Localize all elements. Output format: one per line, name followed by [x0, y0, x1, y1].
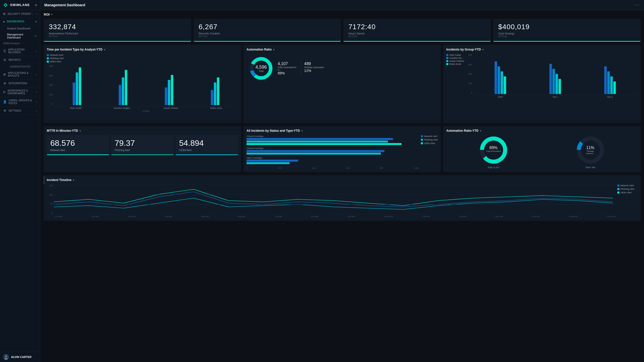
category-bars-2: [247, 150, 419, 155]
kpi-bar-hours: [343, 41, 491, 42]
sidebar-item-users-groups-roles[interactable]: 👤 USERS, GROUPS & ROLES ›: [0, 97, 40, 107]
automation-ratio-dropdown-icon[interactable]: ▾: [273, 48, 274, 51]
management-dashboard-label: Management Dashboard: [7, 33, 34, 39]
legend-label-ueba-tl: UEBA Alert: [620, 191, 632, 194]
mttr-network-card: 68.576 Network Alert: [47, 135, 109, 155]
x-label-cirt: CIRT: [498, 96, 503, 98]
timeline-y-labels: 150 100 50 0: [47, 184, 54, 214]
y-label-300: 300: [47, 74, 53, 77]
legend-item-jessie2: Jessie Holmes: [446, 60, 464, 62]
incidents-by-group-chart: 400 300 200 100 0: [466, 54, 637, 98]
partially-automated-donut-center: 11% Partially Automa...: [583, 146, 598, 155]
users-icon: 👤: [3, 100, 7, 104]
chevron-right-icon: ›: [36, 101, 37, 103]
fully-automated-total: Total: 4,107: [488, 166, 499, 169]
sidebar-item-integrations[interactable]: ⊕ INTEGRATIONS: [0, 79, 40, 87]
sidebar-item-dashboards[interactable]: ● DASHBOARDS ∨: [0, 18, 40, 25]
mttr-network-value: 68.576: [50, 139, 106, 148]
x-label-200: 200: [278, 167, 281, 169]
automation-ratio-ytd-charts: 89% Fully Automated ... Total: 4,107: [446, 135, 637, 169]
x-11pm: 11:00 PM: [607, 215, 615, 218]
incident-timeline-legend: Network Alert Phishing Alert UEBA Alert: [617, 184, 637, 194]
time-per-incident-chart: 400 300 200 100 0: [47, 65, 238, 120]
partially-automated-donut-item: 11% Partially Automa... Total: 489: [575, 135, 606, 169]
time-per-incident-legend: Network Alert Phishing Alert UEBA Alert: [47, 54, 64, 63]
automation-ratio-ytd-header: Automation Ratio-YTD ▾: [446, 129, 637, 132]
roi-header: ROI ▾: [44, 13, 640, 16]
fully-automated-donut-item: 89% Fully Automated ... Total: 4,107: [478, 135, 509, 169]
legend-item-network-ai: Network Alert: [421, 135, 438, 138]
bar-groups: [54, 65, 238, 105]
hbar-phishing-3: [247, 162, 290, 164]
legend-dot-phishing-tl: [617, 188, 619, 190]
automation-ratio-ytd-dropdown-icon[interactable]: ▾: [480, 129, 481, 132]
roi-dropdown-icon[interactable]: ▾: [51, 13, 52, 16]
fully-automated-sublabel: Fully Automated ...: [486, 150, 501, 155]
legend-item-network-tl: Network Alert: [617, 184, 637, 187]
legend-item-phishing: Phishing Alert: [47, 57, 64, 60]
mttr-network-label: Network Alert: [50, 149, 106, 152]
legend-label-caroline: Caroline Sin...: [449, 57, 464, 59]
donut-center: 4,596 Total: [255, 65, 267, 72]
x-label-600: 600: [346, 167, 349, 169]
incident-timeline-header: Incident Timeline ▾: [47, 178, 637, 182]
incidents-by-group-dropdown-icon[interactable]: ▾: [482, 48, 484, 51]
sidebar-item-label: SETTINGS: [9, 109, 21, 112]
legend-item-alvin: Alvin Carter: [446, 54, 464, 56]
legend-label-network-tl: Network Alert: [620, 184, 634, 187]
time-per-incident-title: Time per Incident Type by Analyst-YTD: [47, 48, 102, 51]
swimlane-logo-icon: [3, 3, 8, 8]
sidebar-item-security-ops[interactable]: ⊞ SECURITY OPERATIONS INC... ›: [0, 10, 40, 18]
partially-automated-total: Total: 489: [585, 166, 595, 169]
category-bars-1: [247, 138, 419, 145]
legend-dot-jessie: [446, 60, 448, 62]
mttr-ueba-bar: [176, 154, 238, 155]
y-axis-label: Minutes: [43, 176, 45, 184]
ibg-bar-10: [607, 71, 610, 94]
incident-timeline-dropdown-icon[interactable]: ▾: [73, 179, 74, 182]
x-label-tier2: Tier II: [607, 96, 613, 98]
mttr-dropdown-icon[interactable]: ▾: [79, 129, 81, 132]
category-closed-2: Closed Investiga...: [247, 147, 419, 155]
x-2am: 2:00 AM: [91, 215, 99, 218]
bar-group-jessie: [165, 75, 173, 105]
category-label-1: Closed Investiga...: [247, 135, 419, 138]
sidebar-item-application-records[interactable]: ☰ APPLICATION RECORDS ›: [0, 46, 40, 56]
mttr-phishing-bar: [111, 154, 174, 155]
legend-label-phishing: Phishing Alert: [50, 57, 64, 60]
x-label-alvin: Alvin Carter: [70, 107, 82, 109]
sidebar-item-settings[interactable]: ⚙ SETTINGS ›: [0, 107, 40, 115]
sidebar-item-workspaces-dashboards[interactable]: ⊡ WORKSPACES & DASHBOARDS ›: [0, 87, 40, 97]
stat-divider: [301, 62, 301, 75]
x-label-1000: 1,000: [414, 167, 419, 169]
legend-item-robin2: Robin Scott: [446, 63, 464, 65]
sidebar-collapse-button[interactable]: ≡: [35, 3, 37, 7]
all-incidents-dropdown-icon[interactable]: ▾: [301, 129, 303, 132]
kpi-card-hours: 7172:40 Hours Saved All Time: [343, 19, 491, 42]
time-per-incident-card: Time per Incident Type by Analyst-YTD ▾ …: [44, 45, 241, 123]
sidebar-item-label: DASHBOARDS: [7, 20, 24, 23]
sidebar-sub-analyst-dashboard[interactable]: Analyst Dashboard: [0, 25, 40, 31]
bar-group-robin: [211, 77, 219, 105]
y-label-400-ibg: 400: [466, 54, 472, 56]
x-3am: 3:00 AM: [128, 215, 135, 218]
legend-label-network: Network Alert: [50, 54, 63, 56]
all-incidents-legend: Network Alert Phishing Alert UEBA Alert: [421, 135, 438, 169]
legend-item-phishing-tl: Phishing Alert: [617, 188, 637, 190]
fully-automated-donut-center: 89% Fully Automated ...: [486, 146, 501, 155]
bar-network-caroline: [119, 85, 121, 105]
sidebar-sub-management-dashboard[interactable]: Management Dashboard ✓: [0, 31, 40, 40]
automation-ratio-stats: 4,107 Fully Automated to C... 89% 489 Pa…: [278, 62, 324, 75]
category-bars-3: [247, 160, 419, 164]
kpi-card-automations: 332,874 Automations Performed All Time: [44, 19, 191, 42]
sidebar-item-applications-applets[interactable]: ⊞ APPLICATIONS & APPLETS ›: [0, 70, 40, 79]
sidebar-item-reports[interactable]: ⊟ REPORTS: [0, 56, 40, 64]
ibg-bar-groups: [473, 54, 637, 94]
bar-phishing-caroline: [122, 77, 124, 105]
time-per-incident-dropdown-icon[interactable]: ▾: [104, 48, 105, 51]
more-options-button[interactable]: ···: [635, 2, 640, 8]
sidebar-item-label: INTEGRATIONS: [9, 82, 27, 85]
legend-item-ueba: UEBA Alert: [47, 60, 64, 63]
automation-ratio-title: Automation Ratio: [247, 48, 272, 51]
x-9pm: 9:00 PM: [532, 215, 540, 218]
